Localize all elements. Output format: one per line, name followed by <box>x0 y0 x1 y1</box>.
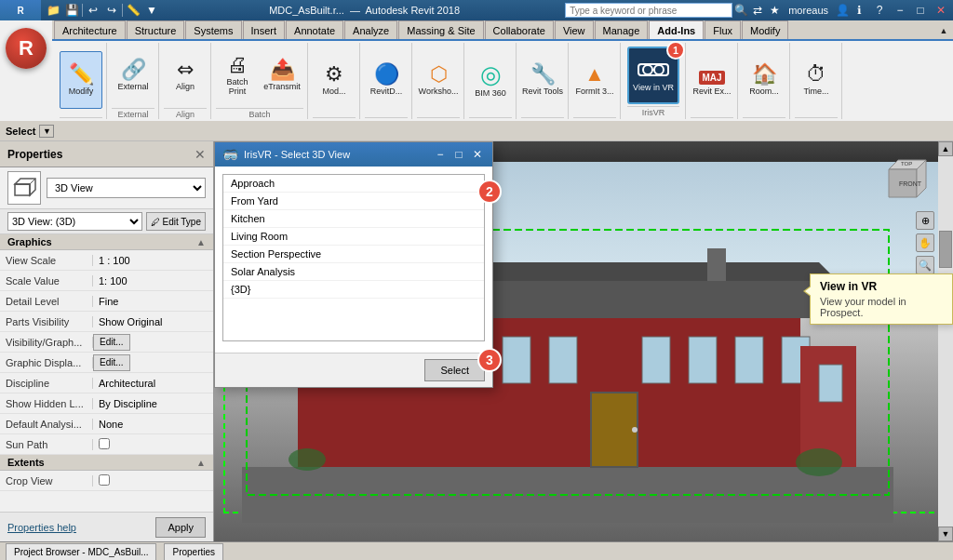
prop-value-show-hidden[interactable]: By Discipline <box>93 398 213 409</box>
revit-tools-btn[interactable]: 🔧 Revit Tools <box>521 51 564 109</box>
props-section-toggle[interactable]: ▲ <box>196 237 206 247</box>
help-btn[interactable]: ? <box>871 2 888 19</box>
maximize-btn[interactable]: □ <box>912 2 929 19</box>
properties-help-link[interactable]: Properties help <box>7 522 76 533</box>
qa-undo-btn[interactable]: ↩ <box>85 2 101 19</box>
apply-btn[interactable]: Apply <box>155 517 206 538</box>
tab-systems[interactable]: Systems <box>185 20 241 39</box>
star-btn[interactable]: ★ <box>766 2 783 19</box>
svg-line-7 <box>30 179 35 184</box>
sun-path-checkbox[interactable] <box>99 438 110 449</box>
select-label: Select <box>6 126 35 137</box>
prop-value-default-analysis[interactable]: None <box>93 419 213 430</box>
bim360-btn[interactable]: ◎ BIM 360 <box>469 51 512 109</box>
viewport: 1:100 ▼ ☷ ☀ ⬜ 👁 <box>214 141 953 541</box>
dialog-close-btn[interactable]: ✕ <box>470 147 485 162</box>
exchange-btn[interactable]: ⇄ <box>749 2 766 19</box>
batch-print-btn[interactable]: 🖨 Batch Print <box>216 47 259 104</box>
panel-title: Properties <box>7 148 62 161</box>
dialog-list-item-living-room[interactable]: Living Room <box>223 228 484 246</box>
ribbon-collapse-btn[interactable]: ▲ <box>934 22 953 39</box>
type-select[interactable]: 3D View <box>47 178 206 198</box>
nav-zoom-btn[interactable]: 🔍 <box>916 256 934 274</box>
minimize-btn[interactable]: − <box>892 2 908 19</box>
tab-insert[interactable]: Insert <box>243 20 286 39</box>
prop-value-parts-visibility[interactable]: Show Original <box>93 316 213 327</box>
formit-btn[interactable]: ▲ FormIt 3... <box>573 51 616 109</box>
tab-addins[interactable]: Add-Ins <box>649 20 704 39</box>
tab-massing[interactable]: Massing & Site <box>398 20 483 39</box>
ribbon-group-formit-btns: ▲ FormIt 3... <box>573 43 616 117</box>
scroll-up-btn[interactable]: ▲ <box>938 141 953 156</box>
svg-point-32 <box>796 448 842 476</box>
crop-view-checkbox[interactable] <box>99 474 110 486</box>
tab-annotate[interactable]: Annotate <box>286 20 343 39</box>
mod-label: Mod... <box>322 87 345 96</box>
dialog-list-item-kitchen[interactable]: Kitchen <box>223 210 484 228</box>
tab-analyze[interactable]: Analyze <box>344 20 397 39</box>
select-dropdown-btn[interactable]: ▼ <box>39 125 54 138</box>
scroll-down-btn[interactable]: ▼ <box>938 527 953 541</box>
view-cube[interactable]: FRONT TOP <box>875 151 931 207</box>
ribbon-group-batch-btns: 🖨 Batch Print 📤 eTransmit <box>216 43 303 108</box>
qa-save-btn[interactable]: 💾 <box>63 2 80 19</box>
dialog-title-bar: 🥽 IrisVR - Select 3D View − □ ✕ <box>215 142 492 167</box>
prop-btn-graphic-disp[interactable]: Edit... <box>93 354 130 371</box>
dialog-controls: − □ ✕ <box>433 147 485 162</box>
search-btn[interactable]: 🔍 <box>732 2 749 19</box>
revit-r-button[interactable]: R <box>6 28 47 69</box>
tab-modify[interactable]: Modify <box>742 20 788 39</box>
close-btn[interactable]: ✕ <box>933 2 949 19</box>
info-btn[interactable]: ℹ <box>851 2 867 19</box>
tab-flux[interactable]: Flux <box>705 20 741 39</box>
dialog-view-list[interactable]: Approach From Yard Kitchen Living Room S… <box>222 174 485 341</box>
properties-tab[interactable]: Properties <box>164 543 223 560</box>
room-btn[interactable]: 🏠 Room... <box>743 51 785 109</box>
user-icon-btn[interactable]: 👤 <box>834 2 851 19</box>
prop-value-detail-level[interactable]: Fine <box>93 296 213 307</box>
tab-view[interactable]: View <box>555 20 594 39</box>
align-btn[interactable]: ⇔ Align <box>164 47 207 104</box>
ribbon-group-mod: ⚙ Mod... <box>309 43 360 119</box>
dialog-list-item-section[interactable]: Section Perspective <box>223 246 484 263</box>
prop-btn-visibility[interactable]: Edit... <box>93 334 130 351</box>
dialog-minimize-btn[interactable]: − <box>433 147 448 162</box>
props-section-extents-toggle[interactable]: ▲ <box>196 458 206 468</box>
view-select[interactable]: 3D View: (3D) <box>7 212 142 231</box>
tab-collaborate[interactable]: Collaborate <box>485 20 554 39</box>
dialog-list-item-3d[interactable]: {3D} <box>223 281 484 299</box>
qa-redo-btn[interactable]: ↪ <box>103 2 120 19</box>
etransmit-btn[interactable]: 📤 eTransmit <box>261 47 303 104</box>
dialog-select-btn[interactable]: Select <box>424 359 485 381</box>
tab-architecture[interactable]: Architecture <box>54 20 126 39</box>
qa-open-btn[interactable]: 📁 <box>45 2 61 19</box>
prop-name-visibility: Visibility/Graph... <box>0 337 93 348</box>
quick-access-toolbar: 📁 💾 ↩ ↪ 📏 ▼ <box>41 2 164 19</box>
edit-type-btn[interactable]: 🖊 Edit Type <box>146 212 206 231</box>
nav-pan-btn[interactable]: ✋ <box>916 233 934 252</box>
worksho-btn[interactable]: ⬡ Worksho... <box>417 51 460 109</box>
scroll-thumb[interactable] <box>939 231 952 268</box>
mod-btn[interactable]: ⚙ Mod... <box>313 51 356 109</box>
modify-btn[interactable]: ✏️ Modify <box>60 51 102 109</box>
search-input[interactable] <box>565 3 732 18</box>
irisvr-view-vr-btn[interactable]: 1 View in VR <box>627 47 679 104</box>
nav-orbit-btn[interactable]: ⊕ <box>916 211 934 230</box>
tab-manage[interactable]: Manage <box>595 20 649 39</box>
panel-close-btn[interactable]: ✕ <box>195 147 206 162</box>
prop-value-discipline[interactable]: Architectural <box>93 378 213 389</box>
dialog-list-item-approach[interactable]: Approach <box>223 175 484 193</box>
revitd-btn[interactable]: 🔵 RevitD... <box>365 51 408 109</box>
dialog-maximize-btn[interactable]: □ <box>451 147 466 162</box>
tab-structure[interactable]: Structure <box>127 20 185 39</box>
project-browser-tab[interactable]: Project Browser - MDC_AsBuil... <box>6 543 156 560</box>
dialog-list-item-from-yard[interactable]: From Yard <box>223 193 484 210</box>
worksho-icon: ⬡ <box>430 64 448 85</box>
qa-measure-btn[interactable]: 📏 <box>125 2 141 19</box>
revitex-btn[interactable]: MAJ Revit Ex... <box>691 51 733 109</box>
ribbon-group-bim360-btns: ◎ BIM 360 <box>469 43 512 117</box>
qa-dropdown-btn[interactable]: ▼ <box>143 2 160 19</box>
external-btn[interactable]: 🔗 External <box>112 47 154 104</box>
dialog-list-item-solar[interactable]: Solar Analysis <box>223 263 484 281</box>
time-btn[interactable]: ⏱ Time... <box>795 51 838 109</box>
